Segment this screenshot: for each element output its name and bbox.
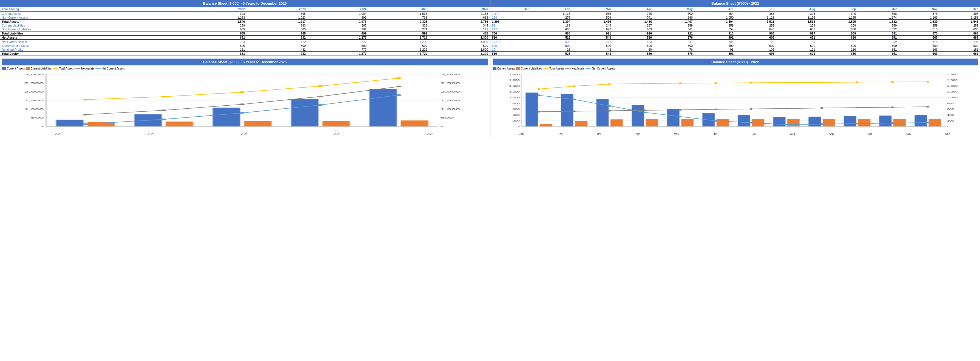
legend-color-total-assets: ● — [53, 68, 58, 69]
left-cell-3-1: 283 — [247, 24, 307, 27]
right-cell-2-0: 1,296 — [490, 20, 531, 24]
right-cell-7-0: 1,079 — [490, 40, 531, 44]
x-label-Nov: Nov — [889, 133, 928, 136]
right-cell-5-7: 897 — [776, 32, 817, 36]
right-cell-0-6: 388 — [735, 11, 776, 16]
left-cell-label-1: Non-Current Assets — [0, 16, 186, 20]
right-cell-5-5: 913 — [694, 32, 735, 36]
legend-label-current-assets: Current Assets — [7, 67, 25, 70]
x-label-Apr: Apr — [618, 133, 657, 136]
right-cell-3-1: 183 — [531, 24, 572, 27]
right-cell-8-1: 500 — [531, 44, 572, 48]
left-chart-title: Balance Sheet ($'000) - 5 Years to Decem… — [2, 59, 488, 65]
right-cell-2-7: 1,518 — [776, 20, 817, 24]
left-cell-label-5: Total Liabilities — [0, 32, 186, 36]
left-chart-section: Balance Sheet ($'000) - 5 Years to Decem… — [0, 56, 490, 138]
right-cell-4-6: 646 — [735, 27, 776, 32]
right-cell-1-4: 896 — [654, 16, 694, 20]
right-cell-5-9: 881 — [858, 32, 898, 36]
left-cell-3-2: 307 — [307, 24, 368, 27]
right-header-2: Mar — [572, 7, 612, 11]
right-table: JanFebMarAprMayJunJulAugSepOctNovDec 1,1… — [490, 7, 980, 56]
right-chart-title: Balance Sheet ($'000) - 2022 — [493, 59, 978, 65]
x-label-Jan: Jan — [502, 133, 541, 136]
right-cell-0-0: 1,172 — [490, 11, 531, 16]
x-label-Aug: Aug — [773, 133, 812, 136]
right-cell-8-9: 500 — [858, 44, 898, 48]
right-cell-6-8: 636 — [817, 36, 858, 40]
left-cell-label-8: Shareholder's Equity — [0, 44, 186, 48]
right-cell-7-4: 341 — [654, 40, 694, 44]
right-cell-4-3: 669 — [612, 27, 654, 32]
x-label-2025: 2025 — [291, 133, 383, 136]
right-cell-4-1: 685 — [531, 27, 572, 32]
left-table: Year Ending 2022 2023 2024 2025 2026 Cur… — [0, 7, 490, 56]
x-label-2022: 2022 — [12, 133, 105, 136]
right-cell-9-10: 166 — [898, 48, 939, 52]
left-cell-9-0: 181 — [186, 48, 247, 52]
legend-item-total-assets: ●Total Assets — [53, 67, 74, 70]
right-cell-0-4: 600 — [654, 11, 694, 16]
legend-color-net-current-assets: ● — [586, 68, 591, 69]
left-cell-9-1: 432 — [247, 48, 307, 52]
right-cell-8-11: 500 — [939, 44, 980, 48]
legend-color-current-liabilities — [26, 67, 30, 70]
x-label-May: May — [657, 133, 696, 136]
legend-item-current-liabilities: Current Liabilities — [516, 67, 542, 70]
right-cell-10-11: 681 — [939, 52, 980, 56]
left-cell-label-2: Total Assets — [0, 20, 186, 24]
right-cell-5-2: 921 — [572, 32, 612, 36]
right-cell-6-5: 591 — [694, 36, 735, 40]
left-cell-0-2: 1,084 — [307, 11, 368, 16]
right-cell-10-10: 666 — [898, 52, 939, 56]
left-cell-4-1: 503 — [247, 27, 307, 32]
legend-item-net-assets: ●Net Assets — [75, 67, 94, 70]
right-cell-10-2: 543 — [572, 52, 612, 56]
left-cell-5-1: 785 — [247, 32, 307, 36]
right-cell-3-5: 259 — [694, 24, 735, 27]
right-cell-7-8: 81 — [817, 40, 858, 44]
left-cell-0-0: 393 — [186, 11, 247, 16]
left-cell-10-2: 1,277 — [307, 52, 368, 56]
right-cell-2-6: 1,511 — [735, 20, 776, 24]
right-cell-0-3: 745 — [612, 11, 654, 16]
right-cell-4-7: 638 — [776, 27, 817, 32]
left-cell-label-6: Net Assets — [0, 36, 186, 40]
legend-label-net-current-assets: Net Current Assets — [102, 67, 125, 70]
right-cell-3-2: 244 — [572, 24, 612, 27]
x-label-Mar: Mar — [579, 133, 618, 136]
x-label-2023: 2023 — [105, 133, 198, 136]
left-cell-label-10: Total Equity — [0, 52, 186, 56]
legend-color-net-current-assets: ● — [95, 68, 101, 69]
right-cell-3-0: 93 — [490, 24, 531, 27]
left-cell-2-1: 1,717 — [247, 20, 307, 24]
left-cell-3-0: 259 — [186, 24, 247, 27]
right-cell-7-10: 116 — [898, 40, 939, 44]
left-cell-6-0: 681 — [186, 36, 247, 40]
left-cell-label-0: Current Assets — [0, 11, 186, 16]
right-cell-9-9: 151 — [858, 48, 898, 52]
right-cell-5-6: 905 — [735, 32, 776, 36]
right-cell-9-3: 60 — [612, 48, 654, 52]
right-cell-8-7: 500 — [776, 44, 817, 48]
left-cell-9-2: 777 — [307, 48, 368, 52]
right-cell-3-3: 257 — [612, 24, 654, 27]
right-cell-5-1: 868 — [531, 32, 572, 36]
left-cell-0-1: 695 — [247, 11, 307, 16]
left-cell-8-2: 500 — [307, 44, 368, 48]
right-header-10: Nov — [898, 7, 939, 11]
right-cell-6-2: 543 — [572, 36, 612, 40]
left-cell-8-1: 500 — [247, 44, 307, 48]
left-cell-8-0: 500 — [186, 44, 247, 48]
right-cell-5-8: 889 — [817, 32, 858, 36]
left-cell-5-0: 865 — [186, 32, 247, 36]
right-cell-7-5: 195 — [694, 40, 735, 44]
x-label-Feb: Feb — [541, 133, 579, 136]
right-cell-3-10: 259 — [898, 24, 939, 27]
right-cell-1-1: 276 — [531, 16, 572, 20]
left-cell-10-1: 932 — [247, 52, 307, 56]
legend-label-current-assets: Current Assets — [497, 67, 515, 70]
right-table-section: Balance Sheet ($'000) - 2022 JanFebMarAp… — [490, 0, 980, 56]
right-cell-4-8: 630 — [817, 27, 858, 32]
left-cell-7-4: 1,809 — [429, 40, 490, 44]
